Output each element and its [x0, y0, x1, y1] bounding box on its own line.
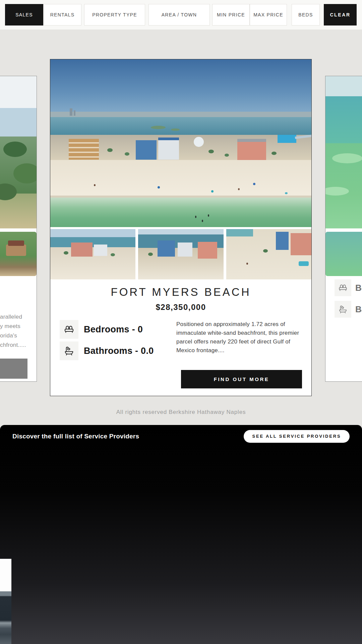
previous-card-photo — [0, 76, 37, 228]
description-fragment: aralleled — [0, 312, 37, 322]
filter-min-price-button[interactable]: MIN PRICE — [212, 4, 250, 25]
bathrooms-label: Bathrooms - 0.0 — [84, 346, 154, 356]
listing-title: FORT MYERS BEACH — [50, 286, 311, 299]
bedrooms-feature: Bedrooms - 0 — [60, 320, 170, 339]
listing-description: Positioned on approximately 1.72 acres o… — [176, 320, 302, 363]
next-card-photo — [325, 76, 362, 228]
filter-bar: SALES RENTALS PROPERTY TYPE AREA / TOWN … — [0, 0, 362, 30]
service-providers-heading: Discover the full list of Service Provid… — [12, 433, 139, 440]
see-all-service-providers-button[interactable]: SEE ALL SERVICE PROVIDERS — [244, 430, 350, 443]
description-fragment: orida's — [0, 331, 37, 340]
peek-card-photo — [0, 591, 11, 644]
bath-icon — [335, 301, 351, 318]
next-card-bathrooms: Ba — [335, 301, 362, 318]
find-out-more-button[interactable]: FIND OUT MORE — [181, 370, 302, 388]
bath-icon — [60, 341, 78, 360]
peek-card-background — [0, 559, 11, 591]
bed-icon — [60, 320, 78, 339]
listing-card: FORT MYERS BEACH $28,350,000 Bedrooms - … — [50, 59, 312, 396]
previous-card-thumbnail — [0, 228, 37, 279]
filter-clear-button[interactable]: CLEAR — [324, 4, 357, 25]
filter-beds-button[interactable]: BEDS — [292, 4, 320, 25]
filter-area-town-button[interactable]: AREA / TOWN — [148, 4, 210, 25]
listing-thumbnails — [50, 229, 311, 279]
bedrooms-label: Bedrooms - 0 — [84, 324, 143, 335]
next-card-bathrooms-label: Ba — [355, 304, 362, 315]
listing-info-row: Bedrooms - 0 Bathrooms - 0.0 Positioned … — [50, 320, 311, 363]
page: SALES RENTALS PROPERTY TYPE AREA / TOWN … — [0, 0, 362, 644]
bed-icon — [335, 279, 351, 296]
previous-card-cta-button[interactable] — [0, 359, 27, 379]
listing-thumbnail-2[interactable] — [138, 229, 224, 279]
next-card-bedrooms: Be — [335, 279, 362, 296]
description-fragment: chfront..... — [0, 340, 37, 350]
bathrooms-feature: Bathrooms - 0.0 — [60, 341, 170, 360]
previous-card-description: aralleled y meets orida's chfront..... — [0, 312, 37, 350]
description-fragment: y meets — [0, 322, 37, 331]
listing-thumbnail-1[interactable] — [50, 229, 135, 279]
listing-price: $28,350,000 — [50, 303, 311, 312]
service-providers-section: Discover the full list of Service Provid… — [0, 425, 362, 644]
next-section-card-peek[interactable] — [0, 559, 11, 644]
listing-features: Bedrooms - 0 Bathrooms - 0.0 — [60, 320, 170, 363]
filter-property-type-button[interactable]: PROPERTY TYPE — [84, 4, 145, 25]
next-card-bedrooms-label: Be — [355, 283, 362, 293]
filter-sales-button[interactable]: SALES — [5, 4, 43, 25]
listing-main-photo[interactable] — [50, 59, 311, 227]
carousel-card-next[interactable]: Be Ba — [325, 76, 362, 382]
next-card-thumbnail — [325, 228, 362, 279]
filter-rentals-button[interactable]: RENTALS — [43, 4, 81, 25]
filter-max-price-button[interactable]: MAX PRICE — [250, 4, 287, 25]
listing-thumbnail-3[interactable] — [226, 229, 311, 279]
carousel-card-previous[interactable]: aralleled y meets orida's chfront..... — [0, 76, 37, 382]
service-providers-banner: Discover the full list of Service Provid… — [0, 425, 362, 447]
copyright-text: All rights reserved Berkshire Hathaway N… — [0, 409, 362, 416]
